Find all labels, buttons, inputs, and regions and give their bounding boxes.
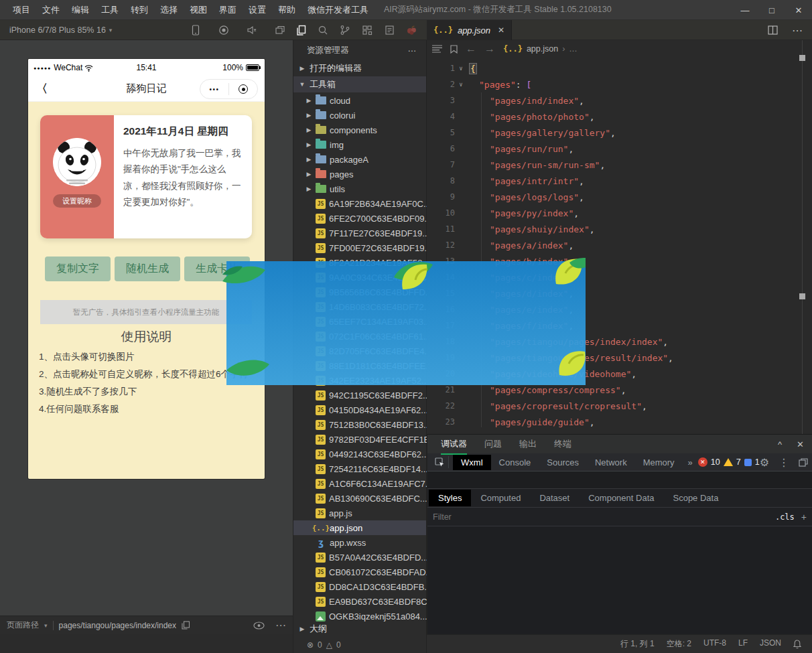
git-branch-icon[interactable] xyxy=(339,24,351,36)
fold-icon[interactable]: ∨ xyxy=(455,65,467,72)
menu-item-视图[interactable]: 视图 xyxy=(184,0,213,20)
file-DD8CA1D3C63E4BDFB...[interactable]: JSDD8CA1D3C63E4BDFB... xyxy=(293,579,426,594)
file-04492143C63E4BDF62...[interactable]: JS04492143C63E4BDF62... xyxy=(293,447,426,461)
nav-forward-icon[interactable]: → xyxy=(484,43,495,55)
editor-scrollbar[interactable] xyxy=(802,40,803,434)
file-app.js[interactable]: JSapp.js xyxy=(293,506,426,520)
nav-back-icon[interactable]: ← xyxy=(466,43,476,55)
file-9782BF03D4FEE4CFF1E...[interactable]: JS9782BF03D4FEE4CFF1E... xyxy=(293,432,426,447)
tab-terminal[interactable]: 终端 xyxy=(554,438,571,450)
tab-output[interactable]: 输出 xyxy=(519,438,537,450)
menu-item-微信开发者工具[interactable]: 微信开发者工具 xyxy=(301,0,375,20)
explorer-more-icon[interactable]: ⋯ xyxy=(408,46,417,56)
device-selector[interactable]: iPhone 6/7/8 Plus 85% 16 ▾ xyxy=(9,20,112,40)
eye-icon[interactable] xyxy=(253,622,265,630)
folder-colorui[interactable]: ▶colorui xyxy=(293,108,426,123)
fold-icon[interactable]: ∨ xyxy=(455,81,467,88)
capsule-menu[interactable]: ••• xyxy=(200,79,258,99)
record-icon[interactable] xyxy=(218,24,230,36)
bookmark-icon[interactable] xyxy=(450,45,458,54)
styles-filter-input[interactable]: Filter xyxy=(433,512,766,522)
floating-image-overlay[interactable] xyxy=(226,261,586,385)
capsule-more-icon[interactable]: ••• xyxy=(200,86,228,93)
tab-close-icon[interactable]: ✕ xyxy=(498,25,504,35)
tab-app-json[interactable]: {..} app.json ✕ xyxy=(427,20,512,40)
file-7512B3B0C63E4BDF13...[interactable]: JS7512B3B0C63E4BDF13... xyxy=(293,417,426,432)
file-app.wxss[interactable]: ʒapp.wxss xyxy=(293,535,426,550)
file-EA9BD637C63E4BDF8C...[interactable]: JSEA9BD637C63E4BDF8C... xyxy=(293,594,426,609)
page-path-value[interactable]: pages/tiangou/pages/index/index xyxy=(59,621,176,630)
file-6FE2C700C63E4BDF09...[interactable]: JS6FE2C700C63E4BDF09... xyxy=(293,211,426,226)
explorer-files-icon[interactable] xyxy=(295,24,307,36)
menu-item-文件[interactable]: 文件 xyxy=(36,0,66,20)
breadcrumb[interactable]: {..} app.json › … xyxy=(503,44,578,54)
console-badges[interactable]: ✕ 10 7 1 xyxy=(698,457,760,467)
file-6A19F2B634AE19AF0C...[interactable]: JS6A19F2B634AE19AF0C... xyxy=(293,196,426,211)
chevron-down-icon[interactable]: ▾ xyxy=(44,622,48,629)
section-toolbox[interactable]: ▼ 工具箱 xyxy=(293,76,426,92)
button-随机生成[interactable]: 随机生成 xyxy=(115,257,180,281)
undock-icon[interactable] xyxy=(799,458,808,467)
status-item[interactable]: 空格: 2 xyxy=(667,638,691,650)
tab-network[interactable]: Network xyxy=(587,455,635,470)
file-04150D8434AE19AF62...[interactable]: JS04150D8434AE19AF62... xyxy=(293,403,426,417)
section-outline[interactable]: ▶ 大纲 xyxy=(293,621,426,637)
layout-grid-icon[interactable] xyxy=(361,24,373,36)
set-nickname-button[interactable]: 设置昵称 xyxy=(53,194,101,208)
folder-pages[interactable]: ▶pages xyxy=(293,167,426,182)
file-72542116C63E4BDF14...[interactable]: JS72542116C63E4BDF14... xyxy=(293,461,426,476)
collapse-panel-icon[interactable]: ^ xyxy=(778,439,782,449)
file-doc-icon[interactable] xyxy=(383,24,395,36)
add-style-icon[interactable]: + xyxy=(801,512,807,522)
file-AB130690C63E4BDFC...[interactable]: JSAB130690C63E4BDFC... xyxy=(293,491,426,506)
folder-utils[interactable]: ▶utils xyxy=(293,182,426,196)
file-CB061072C63E4BDFAD...[interactable]: JSCB061072C63E4BDFAD... xyxy=(293,565,426,579)
status-item[interactable]: LF xyxy=(738,638,748,650)
split-editor-icon[interactable] xyxy=(766,24,779,36)
status-item[interactable]: UTF-8 xyxy=(703,638,726,650)
panda-avatar[interactable] xyxy=(53,138,101,186)
settings-gear-icon[interactable]: ⚙ xyxy=(760,456,769,469)
page-path-label[interactable]: 页面路径 xyxy=(7,620,39,631)
file-app.json[interactable]: {..}app.json xyxy=(293,520,426,535)
folder-cloud[interactable]: ▶cloud xyxy=(293,93,426,108)
status-item[interactable]: JSON xyxy=(760,638,781,650)
folder-img[interactable]: ▶img xyxy=(293,137,426,152)
folder-packageA[interactable]: ▶packageA xyxy=(293,152,426,167)
cls-toggle[interactable]: .cls xyxy=(775,512,795,522)
capsule-exit-icon[interactable] xyxy=(229,84,257,94)
mute-icon[interactable] xyxy=(246,24,258,36)
menu-item-编辑[interactable]: 编辑 xyxy=(66,0,95,20)
status-item[interactable]: 行 1, 列 1 xyxy=(620,638,655,650)
file-7F117E27C63E4BDF19...[interactable]: JS7F117E27C63E4BDF19... xyxy=(293,226,426,240)
file-B57A0A42C63E4BDFD...[interactable]: JSB57A0A42C63E4BDFD... xyxy=(293,550,426,565)
menu-item-界面[interactable]: 界面 xyxy=(213,0,243,20)
tab-styles[interactable]: Styles xyxy=(429,490,471,506)
menu-item-项目[interactable]: 项目 xyxy=(7,0,36,20)
tab-computed[interactable]: Computed xyxy=(471,490,530,506)
button-复制文字[interactable]: 复制文字 xyxy=(45,257,111,281)
file-A1C6F6C134AE19AFC7...[interactable]: JSA1C6F6C134AE19AFC7... xyxy=(293,476,426,491)
tab-scope-data[interactable]: Scope Data xyxy=(663,490,728,506)
menu-item-选择[interactable]: 选择 xyxy=(154,0,184,20)
maximize-button[interactable]: □ xyxy=(758,0,785,20)
problems-counter[interactable]: ⊗ 0 △ 0 xyxy=(293,637,426,653)
file-942C1195C63E4BDFF2...[interactable]: JS942C1195C63E4BDFF2... xyxy=(293,388,426,403)
wxml-tree-area[interactable] xyxy=(427,471,812,489)
back-arrow-icon[interactable]: 〈 xyxy=(36,81,48,96)
close-panel-icon[interactable]: ✕ xyxy=(797,439,804,449)
berry-icon[interactable] xyxy=(405,24,417,36)
bell-icon[interactable] xyxy=(793,640,801,649)
menu-item-工具[interactable]: 工具 xyxy=(95,0,125,20)
outline-list-icon[interactable] xyxy=(432,45,442,53)
tab-component-data[interactable]: Component Data xyxy=(579,490,663,506)
tab-memory[interactable]: Memory xyxy=(635,455,683,470)
search-icon[interactable] xyxy=(317,24,329,36)
folder-components[interactable]: ▶components xyxy=(293,123,426,137)
kebab-menu-icon[interactable]: ⋮ xyxy=(779,456,789,469)
inspect-element-icon[interactable] xyxy=(431,456,449,468)
menu-item-转到[interactable]: 转到 xyxy=(125,0,154,20)
menu-item-帮助[interactable]: 帮助 xyxy=(272,0,301,20)
tab-problems[interactable]: 问题 xyxy=(484,438,502,450)
file-7FD00E72C63E4BDF19...[interactable]: JS7FD00E72C63E4BDF19... xyxy=(293,240,426,255)
